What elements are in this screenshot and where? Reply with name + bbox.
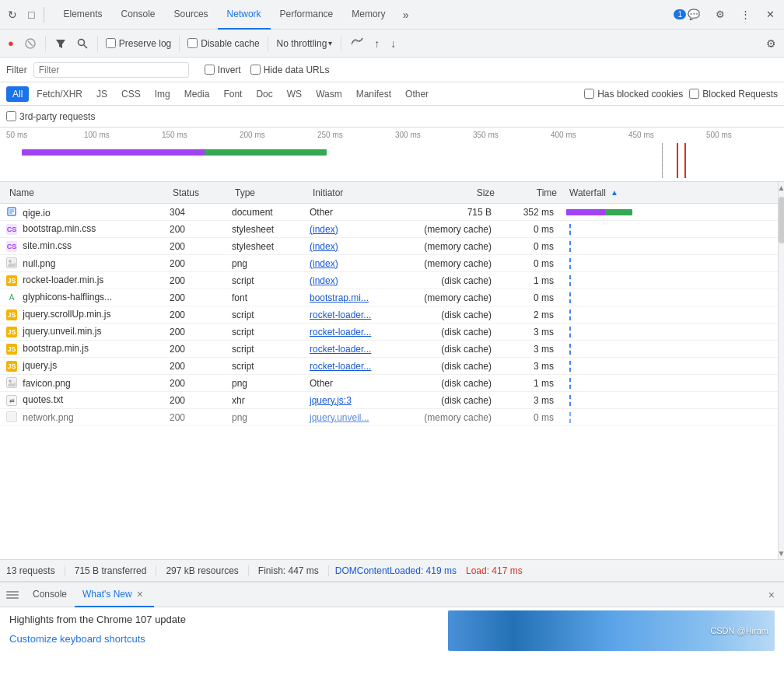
has-blocked-cookies-checkbox[interactable]: Has blocked cookies: [584, 89, 683, 100]
wf-dashes: [569, 224, 571, 235]
ruler-mark-400: 400 ms: [551, 131, 628, 139]
scroll-indicator[interactable]: ▲ ▼: [778, 182, 784, 559]
header-type[interactable]: Type: [229, 187, 306, 198]
search-icon-button[interactable]: [72, 35, 93, 52]
keyboard-shortcuts-link[interactable]: Customize keyboard shortcuts: [9, 633, 145, 645]
initiator-link[interactable]: jquery.js:3: [310, 395, 352, 406]
table-row[interactable]: A glyphicons-halflings... 200 font boots…: [0, 289, 778, 306]
type-btn-media[interactable]: Media: [178, 86, 216, 102]
type-btn-fetchxhr[interactable]: Fetch/XHR: [30, 86, 89, 102]
table-row[interactable]: qige.io 304 document Other 715 B 352 ms: [0, 204, 778, 221]
tab-network[interactable]: Network: [218, 0, 271, 30]
hide-data-urls-checkbox[interactable]: Hide data URLs: [250, 65, 330, 75]
tab-console[interactable]: Console: [112, 0, 165, 30]
dock-icon[interactable]: □: [23, 5, 39, 24]
bottom-panel-grip[interactable]: [6, 589, 19, 601]
table-row[interactable]: JS jquery.scrollUp.min.js 200 script roc…: [0, 306, 778, 324]
bottom-tab-console[interactable]: Console: [25, 582, 75, 607]
disable-cache-checkbox[interactable]: Disable cache: [184, 38, 262, 49]
devtools-tabs: ↻ □ Elements Console Sources Network Per…: [0, 0, 784, 30]
table-row[interactable]: CS bootstrap.min.css 200 stylesheet (ind…: [0, 221, 778, 238]
row-waterfall-bootstrapcss: [560, 224, 778, 235]
header-initiator[interactable]: Initiator: [306, 187, 408, 198]
initiator-link[interactable]: rocket-loader...: [310, 327, 371, 338]
table-row[interactable]: CS site.min.css 200 stylesheet (index) (…: [0, 238, 778, 255]
type-btn-manifest[interactable]: Manifest: [350, 86, 397, 102]
clear-button[interactable]: [20, 35, 40, 52]
type-btn-js[interactable]: JS: [90, 86, 114, 102]
tab-sources[interactable]: Sources: [165, 0, 218, 30]
preserve-log-checkbox[interactable]: Preserve log: [103, 38, 174, 49]
type-btn-font[interactable]: Font: [217, 86, 248, 102]
preserve-log-input[interactable]: [106, 38, 116, 48]
bottom-tab-whats-new[interactable]: What's New ×: [75, 582, 154, 607]
more-options-button[interactable]: ⋮: [734, 5, 757, 23]
initiator-link[interactable]: (index): [310, 224, 338, 235]
initiator-link[interactable]: bootstrap.mi...: [310, 292, 369, 303]
header-time[interactable]: Time: [501, 187, 563, 198]
whats-new-close-button[interactable]: ×: [134, 588, 146, 600]
scroll-up-icon[interactable]: ▲: [778, 184, 784, 192]
filter-input[interactable]: [33, 62, 189, 78]
settings-button[interactable]: ⚙: [709, 5, 731, 23]
type-btn-doc[interactable]: Doc: [250, 86, 278, 102]
table-row[interactable]: JS jquery.js 200 script rocket-loader...…: [0, 358, 778, 375]
tab-memory[interactable]: Memory: [342, 0, 394, 30]
header-status[interactable]: Status: [166, 187, 229, 198]
network-conditions-button[interactable]: [346, 33, 368, 53]
table-row[interactable]: JS bootstrap.min.js 200 script rocket-lo…: [0, 341, 778, 358]
has-blocked-cookies-input[interactable]: [584, 89, 594, 99]
blocked-requests-checkbox[interactable]: Blocked Requests: [689, 89, 778, 100]
type-btn-css[interactable]: CSS: [115, 86, 147, 102]
hide-data-urls-input[interactable]: [250, 65, 261, 75]
network-settings-button[interactable]: ⚙: [761, 34, 781, 53]
initiator-link[interactable]: jquery.unveil...: [310, 412, 369, 423]
svg-line-1: [28, 41, 33, 46]
initiator-link[interactable]: (index): [310, 241, 338, 252]
type-btn-other[interactable]: Other: [399, 86, 435, 102]
table-row[interactable]: null.png 200 png (index) (memory cache) …: [0, 255, 778, 272]
close-bottom-panel-button[interactable]: ×: [765, 586, 778, 604]
tab-elements[interactable]: Elements: [54, 0, 111, 30]
third-party-input[interactable]: [6, 111, 16, 121]
type-btn-wasm[interactable]: Wasm: [310, 86, 348, 102]
initiator-link[interactable]: (index): [310, 258, 338, 269]
row-status-jqueryunveil: 200: [163, 327, 226, 338]
row-type-sitecss: stylesheet: [226, 241, 303, 252]
import-button[interactable]: ↑: [369, 34, 384, 53]
row-time-rocketloader: 1 ms: [498, 275, 560, 286]
table-row[interactable]: favicon.png 200 png Other (disk cache) 1…: [0, 375, 778, 392]
export-button[interactable]: ↓: [386, 34, 401, 53]
disable-cache-input[interactable]: [187, 38, 198, 48]
header-waterfall[interactable]: Waterfall ▲: [563, 187, 775, 198]
throttle-select[interactable]: No throttling ▾: [273, 36, 337, 51]
type-btn-img[interactable]: Img: [149, 86, 177, 102]
initiator-link[interactable]: rocket-loader...: [310, 361, 371, 372]
initiator-link[interactable]: (index): [310, 275, 338, 286]
initiator-link[interactable]: rocket-loader...: [310, 344, 371, 355]
table-row[interactable]: JS jquery.unveil.min.js 200 script rocke…: [0, 324, 778, 341]
blocked-requests-input[interactable]: [689, 89, 699, 99]
invert-input[interactable]: [205, 65, 215, 75]
table-scroll[interactable]: Name Status Type Initiator Size Time Wat…: [0, 182, 778, 559]
scroll-thumb[interactable]: [779, 197, 784, 243]
tab-performance[interactable]: Performance: [271, 0, 343, 30]
table-row[interactable]: JS rocket-loader.min.js 200 script (inde…: [0, 272, 778, 289]
filter-icon-button[interactable]: [51, 35, 71, 52]
third-party-checkbox[interactable]: 3rd-party requests: [6, 111, 95, 122]
table-row[interactable]: ⇄ quotes.txt 200 xhr jquery.js:3 (disk c…: [0, 392, 778, 409]
feedback-button[interactable]: 1 💬: [667, 5, 706, 23]
header-size[interactable]: Size: [408, 187, 501, 198]
back-forward-icon[interactable]: ↻: [3, 5, 22, 24]
table-row[interactable]: network.png 200 png jquery.unveil... (me…: [0, 409, 778, 426]
close-devtools-button[interactable]: ✕: [760, 5, 781, 23]
initiator-link[interactable]: rocket-loader...: [310, 310, 371, 320]
more-tabs-button[interactable]: »: [398, 5, 414, 24]
row-time-jqueryjs: 3 ms: [498, 361, 560, 372]
header-name[interactable]: Name: [3, 187, 166, 198]
record-button[interactable]: ●: [3, 34, 19, 52]
type-btn-ws[interactable]: WS: [281, 86, 308, 102]
scroll-down-icon[interactable]: ▼: [778, 549, 784, 558]
invert-checkbox[interactable]: Invert: [205, 65, 241, 75]
type-btn-all[interactable]: All: [6, 86, 29, 102]
